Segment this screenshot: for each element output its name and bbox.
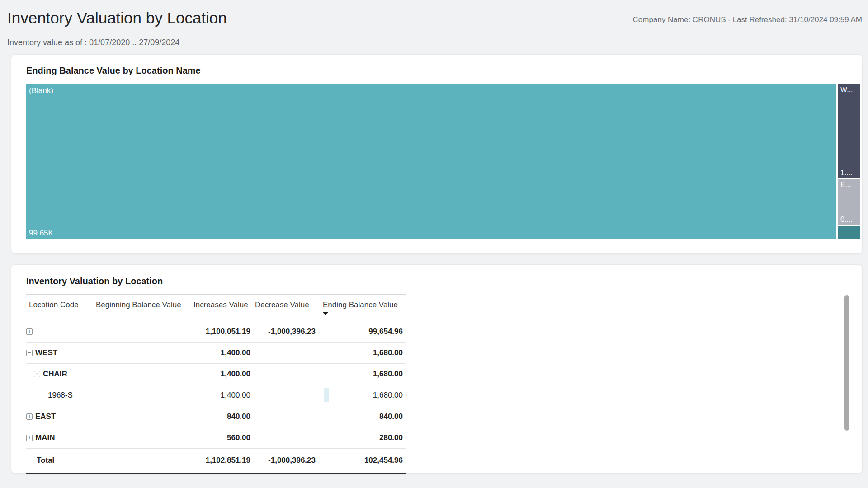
treemap-card: Ending Balance Value by Location Name (B…	[11, 54, 863, 254]
treemap-title: Ending Balance Value by Location Name	[26, 66, 201, 76]
row-label: 1968-S	[48, 391, 73, 400]
total-label: Total	[37, 456, 54, 465]
column-header-location-code[interactable]: Location Code	[29, 300, 79, 310]
cell-decrease-value: -1,000,396.23	[225, 327, 316, 336]
cell-ending-balance: 840.00	[312, 412, 403, 421]
treemap-block-value: 0....	[840, 216, 853, 224]
cell-ending-balance: 280.00	[312, 433, 403, 442]
page-title: Inventory Valuation by Location	[7, 9, 227, 27]
company-refresh-info: Company Name: CRONUS - Last Refreshed: 3…	[633, 15, 862, 24]
column-header-increases-value[interactable]: Increases Value	[193, 300, 248, 310]
table-row: −WEST1,400.001,680.00	[26, 343, 406, 364]
page-subtitle: Inventory value as of : 01/07/2020 .. 27…	[7, 38, 179, 47]
table-row: +MAIN560.00280.00	[26, 427, 406, 449]
treemap-chart: (Blank) 99.65K W... 1.... E... 0....	[26, 84, 860, 239]
scrollbar-thumb[interactable]	[844, 295, 849, 431]
table-row: 1968-S1,400.001,680.00	[26, 385, 406, 406]
cell-increases-value: 1,400.00	[160, 391, 250, 400]
cell-increases-value: 1,400.00	[160, 370, 250, 379]
total-ending-balance: 102,454.96	[312, 456, 403, 465]
treemap-block-main[interactable]	[838, 226, 860, 239]
cell-ending-balance: 1,680.00	[312, 370, 403, 379]
ending-balance-databar	[324, 388, 329, 402]
treemap-block-value: 1....	[840, 169, 853, 177]
collapse-icon[interactable]: −	[34, 371, 40, 377]
cell-ending-balance: 1,680.00	[312, 348, 403, 357]
collapse-icon[interactable]: −	[26, 350, 33, 356]
table-row: +1,100,051.19-1,000,396.2399,654.96	[26, 321, 406, 343]
treemap-block-label: (Blank)	[29, 86, 53, 95]
matrix-card: Inventory Valuation by Location Location…	[11, 264, 863, 474]
column-header-beginning-balance[interactable]: Beginning Balance Value	[96, 300, 181, 310]
cell-increases-value: 1,400.00	[160, 348, 250, 357]
row-label: EAST	[35, 412, 56, 421]
row-label: MAIN	[35, 433, 55, 442]
table-row: +EAST840.00840.00	[26, 406, 406, 427]
matrix-header-row: Location Code Beginning Balance Value In…	[26, 265, 406, 321]
treemap-block-west[interactable]: W... 1....	[838, 84, 860, 178]
table-row: −CHAIR1,400.001,680.00	[26, 364, 406, 385]
treemap-block-blank[interactable]: (Blank) 99.65K	[26, 84, 836, 239]
expand-icon[interactable]: +	[26, 328, 33, 335]
expand-icon[interactable]: +	[26, 435, 33, 441]
row-label: WEST	[35, 348, 57, 357]
sort-descending-icon[interactable]	[323, 312, 328, 315]
cell-ending-balance: 99,654.96	[312, 327, 403, 336]
expand-icon[interactable]: +	[26, 413, 33, 420]
treemap-block-label: E...	[840, 181, 851, 189]
treemap-block-east[interactable]: E... 0....	[838, 179, 860, 225]
table-total-row: Total1,102,851.19-1,000,396.23102,454.96	[26, 449, 406, 474]
treemap-block-label: W...	[840, 86, 853, 94]
column-header-ending-balance[interactable]: Ending Balance Value	[323, 300, 398, 310]
total-decrease-value: -1,000,396.23	[225, 456, 316, 465]
table-rows: +1,100,051.19-1,000,396.2399,654.96−WEST…	[26, 321, 406, 474]
treemap-block-value: 99.65K	[29, 229, 53, 238]
cell-increases-value: 560.00	[160, 433, 250, 442]
row-label: CHAIR	[43, 370, 67, 379]
column-header-decrease-value[interactable]: Decrease Value	[255, 300, 309, 310]
cell-increases-value: 840.00	[160, 412, 250, 421]
